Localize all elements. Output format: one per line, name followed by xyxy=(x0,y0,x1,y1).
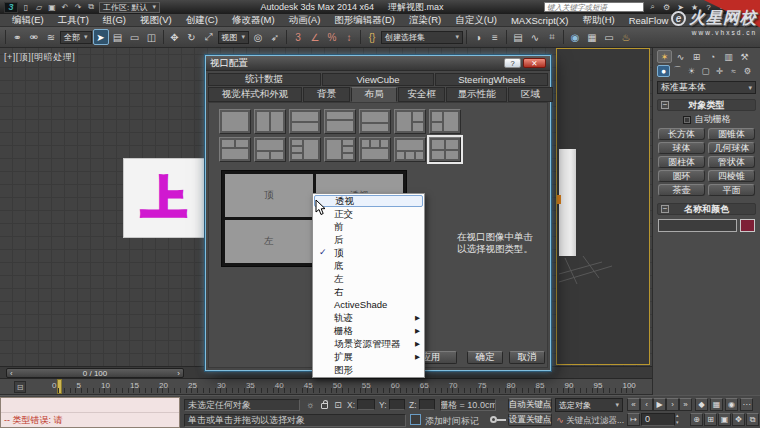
menu-item-视图(V)[interactable]: 视图(V) xyxy=(133,14,179,27)
menu-item-修改器(M)[interactable]: 修改器(M) xyxy=(225,14,282,27)
layout-thumbnail-1+2r[interactable] xyxy=(394,109,426,134)
rendered-frame-icon[interactable]: ▭ xyxy=(601,29,617,45)
collapse-icon[interactable]: − xyxy=(661,205,669,213)
layout-thumbnail-2hb[interactable] xyxy=(359,109,391,134)
auto-key-button[interactable]: 自动关键点 xyxy=(508,398,552,412)
text-shape-object[interactable]: 上 xyxy=(123,158,205,238)
spacewarps-icon[interactable]: ≈ xyxy=(727,65,740,77)
menu-item-编辑(E)[interactable]: 编辑(E) xyxy=(5,14,51,27)
menu-item-动画(A)[interactable]: 动画(A) xyxy=(282,14,328,27)
create-tab-icon[interactable]: ✶ xyxy=(657,50,672,63)
menu-item-帮助(H)[interactable]: 帮助(H) xyxy=(575,14,621,27)
layout-thumbnail-1+3r[interactable] xyxy=(324,137,356,162)
percent-snap-icon[interactable]: % xyxy=(324,29,340,45)
schematic-view-icon[interactable]: ⌗ xyxy=(544,29,560,45)
context-menu-item-扩展[interactable]: 扩展▶ xyxy=(313,350,424,363)
dialog-tab-背景[interactable]: 背景 xyxy=(303,87,350,102)
time-slider-handle[interactable]: ‹ 0 / 100 › xyxy=(6,368,184,378)
use-pivot-center-icon[interactable]: ◎ xyxy=(250,29,266,45)
dialog-tab-视觉样式和外观[interactable]: 视觉样式和外观 xyxy=(208,87,302,102)
current-frame-field[interactable]: 0 xyxy=(641,413,675,426)
rectangular-region-icon[interactable]: ▭ xyxy=(127,29,143,45)
listener-error-line[interactable]: -- 类型错误: 请 xyxy=(1,413,179,427)
layout-thumbnail-2h[interactable] xyxy=(289,109,321,134)
mirror-icon[interactable]: ◑ xyxy=(470,29,486,45)
zoom-all-icon[interactable]: ⊞ xyxy=(704,413,717,426)
select-rotate-icon[interactable]: ↻ xyxy=(184,29,200,45)
object-name-field[interactable] xyxy=(658,219,737,232)
undo-icon[interactable]: ↶ xyxy=(60,3,70,12)
reference-coordinate-dropdown[interactable]: 视图▾ xyxy=(218,31,250,44)
hierarchy-tab-icon[interactable]: ⊞ xyxy=(689,50,704,63)
object-button-平面[interactable]: 平面 xyxy=(708,184,755,196)
next-frame-icon[interactable]: › xyxy=(666,398,679,411)
context-menu-item-正交[interactable]: 正交 xyxy=(313,207,424,220)
named-selection-dropdown[interactable]: 创建选择集▾ xyxy=(381,31,463,44)
next-frame-arrow[interactable]: › xyxy=(177,369,180,378)
selection-lock-icon[interactable] xyxy=(318,398,330,410)
geometry-icon[interactable]: ● xyxy=(657,65,670,77)
new-file-icon[interactable]: ▯ xyxy=(21,3,31,12)
search-icon[interactable]: ⌕ xyxy=(647,2,658,12)
modify-tab-icon[interactable]: ∿ xyxy=(673,50,688,63)
isolate-toggle-icon[interactable]: ☼ xyxy=(304,399,316,411)
selection-filter-dropdown[interactable]: 全部▾ xyxy=(60,31,92,44)
time-tag-icon[interactable] xyxy=(410,414,421,425)
project-folder-icon[interactable]: ⧉ xyxy=(86,2,96,12)
previous-frame-icon[interactable]: ‹ xyxy=(640,398,653,411)
select-scale-icon[interactable]: ⤢ xyxy=(201,29,217,45)
menu-item-RealFlow[interactable]: RealFlow xyxy=(622,15,676,26)
zoom-extents-icon[interactable]: ▣ xyxy=(718,413,731,426)
systems-icon[interactable]: ⚙ xyxy=(741,65,754,77)
key-filters-button[interactable]: 关键点过滤器... xyxy=(566,415,624,427)
context-menu-item-底[interactable]: 底 xyxy=(313,259,424,272)
object-button-圆柱体[interactable]: 圆柱体 xyxy=(658,156,705,168)
open-file-icon[interactable]: ▱ xyxy=(34,3,44,12)
coord-x-field[interactable] xyxy=(357,399,375,410)
display-tab-icon[interactable]: ▥ xyxy=(721,50,736,63)
frame-spinner[interactable]: ▴▾ xyxy=(676,412,679,426)
spinner-snap-icon[interactable]: ↕ xyxy=(341,29,357,45)
motion-tab-icon[interactable]: ◔ xyxy=(705,50,720,63)
misc-anim-icon[interactable]: ◉ xyxy=(725,398,738,411)
layout-thumbnail-2+1r[interactable] xyxy=(429,109,461,134)
pan-icon[interactable]: ✥ xyxy=(732,413,745,426)
frame-step-icon[interactable]: ↦ xyxy=(627,413,640,426)
object-button-圆锥体[interactable]: 圆锥体 xyxy=(708,128,755,140)
object-color-swatch[interactable] xyxy=(740,219,755,232)
context-menu-item-栅格[interactable]: 栅格▶ xyxy=(313,324,424,337)
select-object-icon[interactable]: ➤ xyxy=(93,29,109,45)
absolute-offset-toggle-icon[interactable]: ⊡ xyxy=(332,399,344,411)
object-button-圆环[interactable]: 圆环 xyxy=(658,170,705,182)
listener-line1[interactable] xyxy=(1,398,179,413)
context-menu-item-顶[interactable]: ✓顶 xyxy=(313,246,424,259)
add-time-tag[interactable]: 添加时间标记 xyxy=(425,415,479,428)
unlink-selection-icon[interactable]: ⚮ xyxy=(26,29,42,45)
cameras-icon[interactable]: ▢ xyxy=(699,65,712,77)
context-menu-item-ActiveShade[interactable]: ActiveShade xyxy=(313,298,424,311)
context-menu-item-透视[interactable]: 透视 xyxy=(314,195,423,207)
dialog-help-button[interactable]: ? xyxy=(504,58,521,68)
3dsmax-logo-icon[interactable]: 3 xyxy=(4,2,18,13)
preview-cell-top-left[interactable]: 顶 xyxy=(225,174,313,217)
window-crossing-icon[interactable]: ◫ xyxy=(144,29,160,45)
context-menu-item-场景资源管理器[interactable]: 场景资源管理器▶ xyxy=(313,337,424,350)
render-production-icon[interactable]: ♨ xyxy=(618,29,634,45)
context-menu-item-右[interactable]: 右 xyxy=(313,285,424,298)
menu-item-MAXScript(X)[interactable]: MAXScript(X) xyxy=(504,15,576,26)
menu-item-创建(C)[interactable]: 创建(C) xyxy=(179,14,225,27)
dialog-tab-安全框[interactable]: 安全框 xyxy=(398,87,445,102)
context-menu-item-前[interactable]: 前 xyxy=(313,220,424,233)
3d-box-object[interactable] xyxy=(559,149,576,256)
maximize-viewport-toggle-icon[interactable]: ⧉ xyxy=(746,413,759,426)
align-icon[interactable]: ≡ xyxy=(487,29,503,45)
utilities-tab-icon[interactable]: ⚒ xyxy=(737,50,752,63)
name-color-rollout[interactable]: − 名称和颜色 xyxy=(657,203,756,215)
layout-thumbnail-2x2[interactable] xyxy=(429,137,461,162)
zoom-icon[interactable]: ⊕ xyxy=(690,413,703,426)
context-menu-item-后[interactable]: 后 xyxy=(313,233,424,246)
selection-set-dropdown[interactable]: 选定对象▾ xyxy=(555,398,623,412)
open-mini-curve-editor-icon[interactable]: ⊟ xyxy=(14,381,26,393)
cancel-button[interactable]: 取消 xyxy=(509,351,545,364)
ok-button[interactable]: 确定 xyxy=(467,351,503,364)
